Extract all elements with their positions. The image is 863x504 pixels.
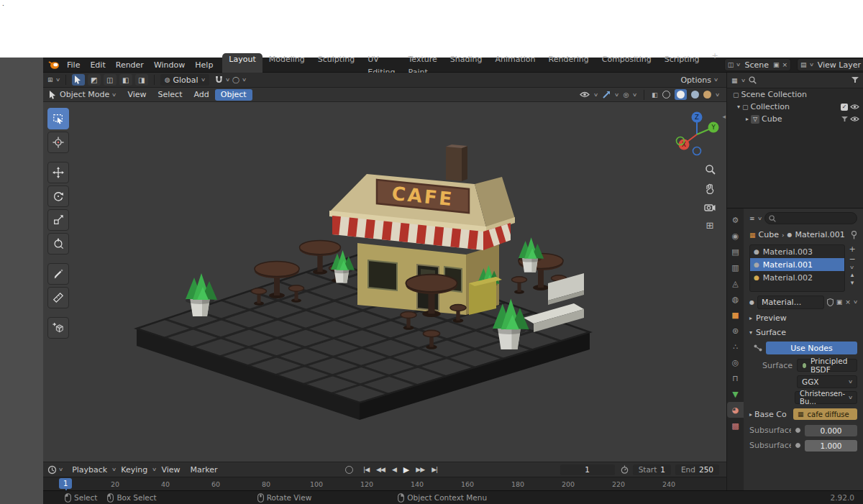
options-label[interactable]: Options [680, 75, 711, 85]
tab-constraints[interactable]: ⊓ [727, 370, 744, 386]
material-slot-selected[interactable]: ● Material.001 [750, 258, 844, 271]
frame-end-field[interactable]: End 250 [675, 464, 719, 475]
tab-scene[interactable]: ◬ [727, 275, 744, 291]
menu-add[interactable]: Add [188, 88, 214, 102]
menu-select[interactable]: Select [152, 88, 188, 102]
tab-object[interactable]: ■ [727, 307, 744, 323]
filter-funnel-icon[interactable] [851, 77, 859, 83]
use-nodes-button[interactable]: Use Nodes [766, 342, 857, 354]
add-slot-button[interactable]: + [849, 244, 855, 254]
tool-transform[interactable] [47, 233, 69, 255]
subsurface-radius-slider[interactable]: 1.000 [805, 440, 857, 452]
menu-edit[interactable]: Edit [85, 58, 110, 73]
new-material-icon[interactable]: ▣ [836, 298, 843, 306]
clock-icon[interactable] [47, 465, 57, 475]
menu-help[interactable]: Help [190, 58, 218, 73]
playhead[interactable]: 1 [59, 478, 72, 489]
move-slot-down-button[interactable]: ▾ [851, 279, 854, 286]
auto-keying-icon[interactable] [345, 466, 353, 474]
orthographic-grid-icon[interactable]: ⊞ [706, 220, 714, 231]
menu-playback[interactable]: Playback [67, 462, 112, 477]
proportional-edit-icon[interactable]: ◯ [232, 76, 239, 83]
fake-user-shield-icon[interactable] [827, 298, 834, 306]
tab-object-data[interactable]: ▼ [727, 386, 744, 402]
panel-collapse-arrow-icon[interactable]: ◂ [722, 113, 726, 120]
outliner-row-cube[interactable]: ▸ ▽ Cube [727, 113, 863, 125]
subsurface-slider[interactable]: 0.000 [805, 425, 857, 436]
menu-view-timeline[interactable]: View [156, 462, 185, 477]
select-mode-intersect-icon[interactable]: ◨ [135, 74, 148, 86]
shading-rendered-icon[interactable] [703, 91, 711, 98]
tool-measure[interactable] [47, 287, 69, 308]
base-color-texture-chip[interactable]: ▦ cafe diffuse [793, 408, 857, 420]
frame-start-field[interactable]: Start 1 [633, 464, 671, 475]
select-mode-set-icon[interactable]: ◩ [88, 74, 101, 86]
tab-output[interactable]: ▤ [727, 244, 744, 260]
properties-search-input[interactable] [764, 212, 857, 224]
shading-solid-active[interactable] [675, 89, 687, 100]
material-slot[interactable]: ● Material.003 [750, 245, 844, 258]
menu-keying[interactable]: Keying [116, 462, 152, 477]
eye-icon[interactable] [850, 104, 859, 110]
expand-arrow-icon[interactable]: ▸ [746, 116, 749, 122]
collapse-right-icon[interactable]: ▸ [749, 411, 752, 418]
blender-logo-icon[interactable] [48, 60, 60, 70]
breadcrumb-material[interactable]: Material.001 [795, 230, 845, 239]
exclude-checkbox[interactable]: ✓ [841, 104, 848, 111]
pan-hand-icon[interactable] [705, 183, 715, 194]
outliner-editor-icon[interactable]: ▦ [731, 77, 738, 84]
tool-scale[interactable] [47, 209, 69, 231]
tab-world[interactable]: ◍ [727, 291, 744, 307]
menu-view[interactable]: View [122, 88, 152, 102]
tab-material[interactable]: ◕ [727, 402, 744, 418]
menu-file[interactable]: File [62, 58, 85, 73]
move-slot-up-button[interactable]: ▴ [851, 271, 854, 278]
gizmos-icon[interactable] [602, 91, 611, 99]
unlink-material-icon[interactable]: × [845, 298, 851, 306]
material-slot[interactable]: ● Material.002 [750, 271, 844, 284]
pin-icon[interactable] [851, 231, 857, 239]
preview-section[interactable]: ▸ Preview [744, 311, 863, 325]
menu-window[interactable]: Window [149, 58, 190, 73]
select-mode-subtract-icon[interactable]: ◧ [119, 74, 132, 86]
select-mode-extend-icon[interactable]: ◫ [104, 74, 117, 86]
eye-icon[interactable] [850, 116, 859, 122]
properties-editor-icon[interactable]: ≡ [749, 215, 755, 222]
snap-magnet-icon[interactable] [215, 75, 223, 84]
tab-render[interactable]: ◉ [727, 228, 744, 244]
tool-cursor[interactable] [47, 132, 69, 153]
menu-marker[interactable]: Marker [186, 462, 223, 477]
shading-wireframe-icon[interactable] [662, 91, 670, 98]
tool-box-select[interactable] [47, 108, 69, 129]
navigation-gizmo[interactable]: Z Y X [673, 109, 721, 157]
play-reverse-button[interactable]: ◀ [389, 466, 399, 473]
visibility-icon[interactable] [580, 91, 590, 98]
scene-selector[interactable]: ◫ ∨ Scene ▣ × [724, 58, 791, 71]
unlink-scene-icon[interactable]: × [782, 61, 788, 68]
jump-to-start-button[interactable]: |◀ [360, 466, 372, 473]
expand-arrow-icon[interactable]: ▾ [737, 104, 740, 110]
view-layer-selector[interactable]: ▤ ∨ View Layer [797, 58, 863, 71]
editor-type-icon[interactable]: ⊞ [47, 76, 53, 83]
tool-rotate[interactable] [47, 185, 69, 207]
distribution-dropdown[interactable]: GGX ∨ [797, 375, 857, 388]
xray-toggle-icon[interactable]: ◧ [652, 91, 658, 98]
tab-particles[interactable]: ∴ [727, 339, 744, 354]
material-name-field[interactable]: Material... [757, 295, 824, 309]
slot-specials-icon[interactable]: ∨ [849, 265, 854, 270]
material-sphere-icon[interactable]: ● [749, 299, 754, 306]
surface-section[interactable]: ▾ Surface [744, 325, 863, 339]
active-tool-icon[interactable] [72, 74, 85, 86]
overlays-icon[interactable]: ◎ [623, 91, 629, 98]
remove-slot-button[interactable]: − [849, 255, 855, 264]
camera-view-icon[interactable] [704, 203, 716, 211]
timeline-ruler[interactable]: 1 20 40 60 80 100 120 140 160 180 200 22… [43, 477, 726, 491]
transform-orientation-dropdown[interactable]: ◍ Global ∨ [160, 74, 209, 86]
tab-view-layer[interactable]: ▥ [727, 260, 744, 275]
next-keyframe-button[interactable]: ▶▶ [413, 466, 427, 473]
menu-object[interactable]: Object [215, 89, 252, 101]
tab-modifiers[interactable]: ⊛ [727, 323, 744, 339]
shading-material-icon[interactable] [691, 91, 699, 98]
tab-physics[interactable]: ◎ [727, 354, 744, 370]
current-frame-field[interactable]: 1 [560, 464, 615, 475]
